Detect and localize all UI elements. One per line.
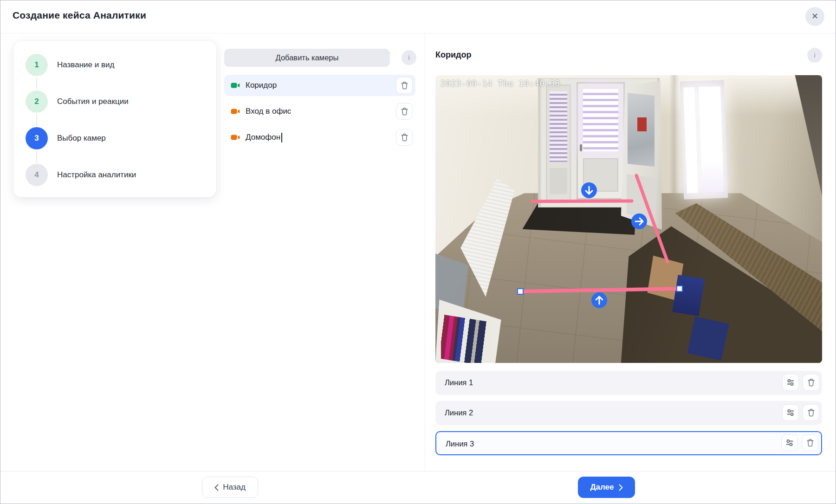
text-cursor: [281, 133, 282, 142]
step-connector: [36, 78, 37, 89]
line-row-1[interactable]: Линия 1: [435, 371, 822, 395]
delete-camera-button[interactable]: [396, 103, 413, 120]
panel-divider: [425, 33, 425, 472]
step-1-label: Название и вид: [57, 60, 114, 70]
analytics-case-modal: Создание кейса Аналитики ✕ 1 Название и …: [0, 0, 836, 504]
add-cameras-button[interactable]: Добавить камеры: [224, 49, 390, 67]
trash-icon: [401, 81, 408, 90]
line-1-direction-down[interactable]: [581, 182, 597, 198]
line-row-3[interactable]: Линия 3: [435, 431, 822, 455]
camera-list-item-koridor[interactable]: Коридор: [224, 75, 415, 96]
modal-footer: Назад Далее: [0, 471, 836, 504]
step-4-circle: 4: [26, 164, 48, 186]
close-icon: ✕: [811, 12, 818, 21]
line-3-direction-up[interactable]: [591, 292, 607, 308]
trash-icon: [807, 408, 815, 417]
camera-list-item-vhod-v-ofis[interactable]: Вход в офис: [224, 101, 415, 122]
line-delete-button[interactable]: [802, 434, 818, 451]
line-3-handle-end[interactable]: [677, 286, 682, 291]
line-delete-button[interactable]: [803, 374, 819, 391]
chevron-right-icon: [619, 484, 623, 491]
line-settings-button[interactable]: [781, 434, 798, 451]
stepper-card: 1 Название и вид 2 События и реакции 3 В…: [13, 41, 216, 197]
preview-camera-title: Коридор: [435, 50, 471, 60]
delete-camera-button[interactable]: [396, 129, 413, 146]
line-settings-button[interactable]: [782, 374, 799, 391]
trash-icon: [401, 107, 408, 116]
step-connector: [36, 151, 37, 162]
step-name-and-type[interactable]: 1 Название и вид: [26, 54, 204, 76]
sliders-icon: [786, 408, 795, 417]
crossing-line-3[interactable]: [520, 289, 680, 291]
video-timestamp: 2023-09-14 Thu 10:40:33: [441, 79, 560, 88]
back-button-label: Назад: [223, 483, 246, 492]
trash-icon: [807, 378, 815, 387]
chevron-left-icon: [214, 484, 219, 491]
step-3-circle: 3: [26, 127, 48, 149]
step-connector: [36, 114, 37, 126]
line-3-handle-start[interactable]: [518, 289, 523, 294]
line-2-direction-right[interactable]: [631, 213, 647, 229]
step-analytics-settings[interactable]: 4 Настройка аналитики: [26, 164, 204, 186]
analytics-lines-overlay: [435, 75, 822, 363]
line-delete-button[interactable]: [803, 404, 819, 421]
close-button[interactable]: ✕: [805, 7, 824, 26]
video-camera-icon: [231, 82, 240, 89]
back-button[interactable]: Назад: [202, 477, 258, 498]
modal-header: Создание кейса Аналитики ✕: [0, 0, 836, 33]
step-4-label: Настройка аналитики: [57, 170, 136, 180]
step-events-reactions[interactable]: 2 События и реакции: [26, 90, 204, 113]
camera-list-item-domofon[interactable]: Домофон: [224, 127, 415, 148]
next-button[interactable]: Далее: [578, 477, 635, 498]
camera-name: Вход в офис: [246, 107, 291, 116]
info-icon[interactable]: i: [402, 50, 416, 65]
trash-icon: [401, 133, 408, 142]
camera-name: Коридор: [246, 81, 277, 90]
video-camera-icon: [231, 108, 240, 115]
line-label: Линия 2: [445, 401, 473, 424]
camera-name-input[interactable]: Домофон: [246, 133, 280, 142]
delete-camera-button[interactable]: [396, 77, 413, 94]
line-settings-button[interactable]: [782, 404, 799, 421]
sliders-icon: [785, 439, 794, 447]
trash-icon: [806, 439, 814, 447]
sliders-icon: [786, 378, 795, 387]
line-label: Линия 1: [445, 371, 473, 394]
camera-video-preview[interactable]: 2023-09-14 Thu 10:40:33: [435, 75, 822, 363]
page-title: Создание кейса Аналитики: [13, 10, 146, 21]
line-row-2[interactable]: Линия 2: [435, 401, 822, 425]
step-1-circle: 1: [26, 54, 48, 76]
step-camera-selection[interactable]: 3 Выбор камер: [26, 127, 204, 149]
next-button-label: Далее: [590, 483, 614, 492]
video-camera-icon: [231, 134, 240, 141]
step-2-circle: 2: [26, 90, 48, 113]
step-3-label: Выбор камер: [57, 134, 106, 143]
crossing-line-1[interactable]: [532, 201, 632, 201]
step-2-label: События и реакции: [57, 97, 129, 106]
info-icon[interactable]: i: [807, 48, 822, 63]
line-label: Линия 3: [446, 432, 474, 455]
